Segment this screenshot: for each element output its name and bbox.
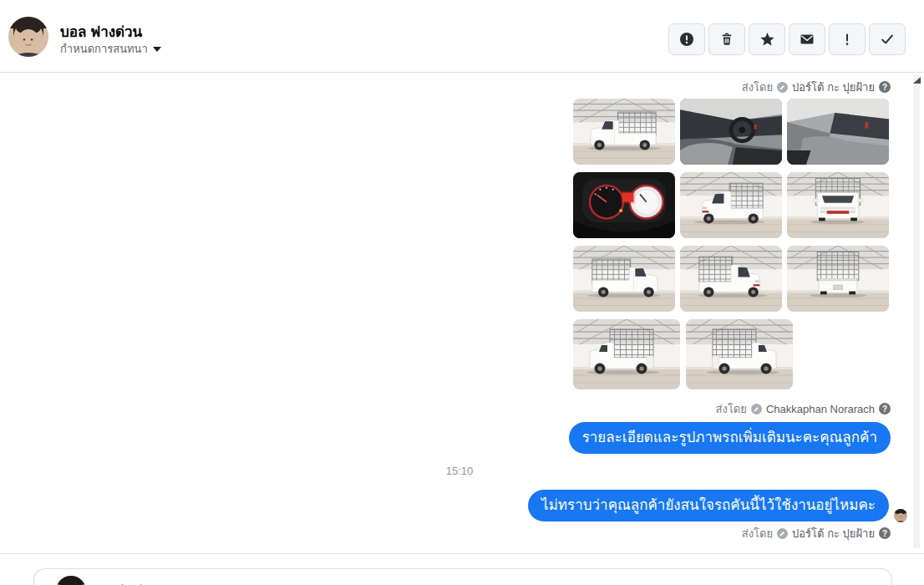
delete-button[interactable] — [708, 23, 745, 55]
contact-avatar-small — [56, 576, 86, 585]
mark-done-button[interactable] — [869, 23, 906, 55]
help-icon[interactable]: ? — [879, 81, 891, 93]
scrollbar-thumb[interactable] — [913, 77, 921, 84]
envelope-icon — [800, 32, 815, 47]
star-icon — [759, 32, 775, 47]
check-icon — [880, 32, 895, 47]
photo-grid — [573, 99, 889, 312]
seen-receipt-avatar — [894, 509, 907, 522]
sent-by-text: ส่งโดย — [742, 79, 773, 96]
exclamation-icon — [840, 32, 855, 47]
section-divider — [0, 553, 924, 554]
sent-by-text: ส่งโดย — [716, 400, 747, 418]
header-actions — [668, 23, 906, 55]
photo-thumbnail-exterior-front[interactable] — [787, 172, 889, 238]
photo-thumbnail-exterior-side-left[interactable] — [573, 99, 675, 165]
photo-thumbnail-exterior-rear34-left[interactable] — [573, 319, 680, 389]
sent-by-label: ส่งโดย Chakkaphan Norarach ? — [716, 402, 891, 415]
report-button[interactable] — [668, 23, 705, 55]
exclamation-circle-icon — [679, 32, 694, 47]
contact-avatar[interactable] — [8, 17, 48, 57]
outgoing-message-bubble[interactable]: รายละเอียดและรูปภาพรถเพิ่มเติมนะคะคุณลูก… — [569, 422, 891, 454]
photo-thumbnail-interior-front[interactable] — [680, 99, 782, 165]
sender-name: ปอร์โต้ กะ ปุยฝ้าย — [792, 525, 875, 542]
sent-by-label: ส่งโดย ปอร์โต้ กะ ปุยฝ้าย ? — [742, 526, 891, 540]
chevron-down-icon — [153, 47, 161, 52]
photo-thumbnail-exterior-front34-right[interactable] — [680, 246, 782, 312]
chat-window: บอล ฟางด่วน กำหนดการสนทนา ส่งโดย ปอร์โต้… — [0, 0, 924, 585]
sent-by-text: ส่งโดย — [742, 525, 773, 542]
trash-icon — [719, 32, 734, 47]
photo-thumbnail-exterior-rear[interactable] — [787, 246, 889, 312]
photo-thumbnail-exterior-side-right[interactable] — [573, 246, 675, 312]
next-message-card: บอล ฟางด่วน — [33, 568, 892, 585]
sender-name: ปอร์โต้ กะ ปุยฝ้าย — [792, 79, 875, 96]
scrollbar[interactable] — [914, 75, 920, 548]
message-timestamp: 15:10 — [0, 465, 919, 477]
contact-name: บอล ฟางด่วน — [60, 20, 142, 43]
message-row: ไม่ทราบว่าคุณลูกค้ายังสนใจรถคันนี้ไว้ใช้… — [528, 490, 907, 521]
sender-name: Chakkaphan Norarach — [766, 403, 875, 415]
conversation-header: บอล ฟางด่วน กำหนดการสนทนา — [0, 0, 924, 73]
photo-thumbnail-exterior-front34-left[interactable] — [680, 172, 782, 238]
conversation-schedule-dropdown[interactable]: กำหนดการสนทนา — [60, 40, 161, 58]
photo-grid-bottom — [573, 319, 793, 389]
outgoing-message-bubble[interactable]: ไม่ทราบว่าคุณลูกค้ายังสนใจรถคันนี้ไว้ใช้… — [528, 490, 889, 521]
sent-via-badge-icon — [751, 404, 762, 415]
sent-via-badge-icon — [777, 82, 788, 93]
conversation-schedule-label: กำหนดการสนทนา — [60, 40, 148, 58]
star-button[interactable] — [749, 23, 785, 55]
next-sender-name: บอล ฟางด่วน — [93, 580, 155, 585]
help-icon[interactable]: ? — [879, 403, 891, 415]
photo-thumbnail-exterior-rear34-right[interactable] — [686, 319, 793, 389]
mark-unread-button[interactable] — [789, 23, 825, 55]
flag-important-button[interactable] — [829, 23, 866, 55]
help-icon[interactable]: ? — [879, 527, 891, 539]
sent-via-badge-icon — [777, 528, 788, 539]
sent-by-label: ส่งโดย ปอร์โต้ กะ ปุยฝ้าย ? — [742, 80, 891, 94]
photo-thumbnail-interior-side[interactable] — [787, 99, 889, 165]
photo-thumbnail-dashboard[interactable] — [573, 172, 675, 238]
